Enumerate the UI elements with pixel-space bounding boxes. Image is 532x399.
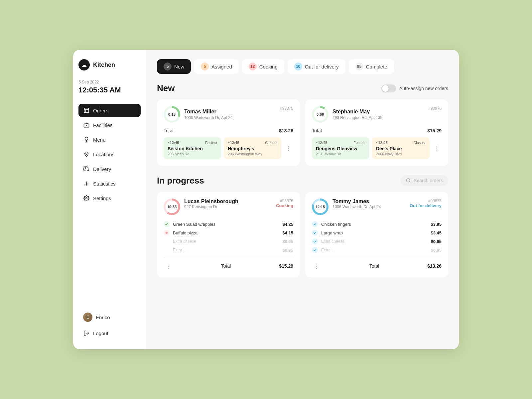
card-1-header: 0:18 Tomas Miller 1006 Wadsworth Dr, Apt… (164, 106, 293, 123)
svg-point-16 (406, 179, 410, 182)
card-1-closest[interactable]: ~12:45 Closest Hemphrey's 206 Washington… (224, 137, 281, 159)
tab-complete[interactable]: 85 Complete (349, 59, 394, 74)
delivery-icon (83, 166, 90, 172)
card-1-info: Tomas Miller 1006 Wadsworth Dr, Apt 24 (184, 109, 233, 120)
tab-new-badge: 5 (164, 63, 172, 70)
tab-cooking-label: Cooking (259, 64, 278, 69)
card-1-closest-name: Hemphrey's (228, 146, 277, 151)
statistics-icon (83, 180, 90, 187)
sidebar-date: 5 Sep 2022 (78, 80, 141, 84)
search-box[interactable]: Search orders (400, 175, 448, 186)
card-2-customer: 0:06 Stephanie May 293 Rensington Rd, Ap… (312, 106, 382, 123)
card-2-total-label: Total (312, 128, 322, 133)
prog-1-more-button[interactable]: ⋮ (164, 261, 173, 271)
card-2-header: 0:06 Stephanie May 293 Rensington Rd, Ap… (312, 106, 442, 123)
card-2-closest-name: Dee's Place (376, 146, 426, 151)
menu-icon (83, 136, 90, 143)
tab-assigned-label: Assigned (211, 64, 232, 69)
item-2-name: Buffalo pizza (173, 230, 279, 235)
auto-assign-control: Auto-assign new orders (381, 84, 448, 92)
prog-1-name: Lucas Pleinsborough (184, 199, 272, 204)
user-profile[interactable]: E Enrico (78, 309, 141, 325)
tab-complete-badge: 85 (355, 63, 363, 70)
sidebar-logo: ☁ Kitchen (78, 59, 141, 70)
svg-point-7 (86, 153, 87, 155)
prog-1-timer: 10:35 (164, 199, 180, 215)
tabs-bar: 5 New 5 Assigned 12 Cooking 10 Out for d… (157, 59, 448, 74)
sidebar-item-locations[interactable]: Locations (78, 148, 141, 161)
prog-2-info: Tommy James 1006 Wadsworth Dr, Apt 24 (332, 199, 406, 209)
prog-1-address: 927 Kensington Dr (184, 204, 272, 209)
prog-2-item-4-price: $0.95 (431, 248, 442, 253)
tab-out-for-delivery[interactable]: 10 Out for delivery (288, 59, 345, 74)
tab-new[interactable]: 5 New (157, 59, 191, 74)
prog-2-id: #93875 (428, 199, 442, 203)
locations-icon (83, 151, 90, 158)
prog-2-item-2-price: $3.45 (431, 230, 442, 235)
prog-2-timer: 12:15 (312, 199, 329, 215)
prog-2-item-3-price: $0.95 (431, 239, 442, 244)
svg-point-8 (84, 170, 85, 171)
tab-assigned[interactable]: 5 Assigned (194, 59, 239, 74)
card-1-total-amount: $13.26 (279, 128, 293, 133)
card-2-timer-text: 0:06 (314, 108, 327, 121)
card-1-customer: 0:18 Tomas Miller 1006 Wadsworth Dr, Apt… (164, 106, 233, 123)
prog-2-total: $13.26 (427, 263, 442, 269)
prog-1-footer: ⋮ Total $15.29 (164, 258, 293, 271)
item-2-price: $4.15 (282, 230, 293, 235)
sidebar: ☁ Kitchen 5 Sep 2022 12:05:35 AM Orders … (73, 50, 146, 349)
prog-1-header: 10:35 Lucas Pleinsborough 927 Kensington… (164, 199, 293, 215)
prog-1-status: Cooking (276, 203, 293, 208)
item-3-price: $0.95 (282, 239, 293, 244)
item-check-blue-4 (312, 247, 318, 253)
card-1-fastest-name: Seiston Kitchen (168, 146, 217, 151)
prog-1-info: Lucas Pleinsborough 927 Kensington Dr (184, 199, 272, 209)
item-4-name: Extra ... (173, 248, 279, 252)
sidebar-item-orders-label: Orders (93, 108, 108, 113)
card-1-closest-addr: 206 Washington Way (228, 152, 277, 156)
item-4-price: $0.95 (282, 248, 293, 253)
sidebar-item-statistics[interactable]: Staticstics (78, 177, 141, 190)
sidebar-item-menu[interactable]: Menu (78, 133, 141, 146)
sidebar-item-settings-label: Settings (93, 196, 111, 201)
sidebar-item-orders[interactable]: Orders (78, 104, 141, 117)
prog-1-item-3: Extra cheese $0.95 (164, 237, 293, 246)
card-1-closest-type: Closest (265, 141, 277, 145)
sidebar-item-facilities[interactable]: Facilities (78, 118, 141, 132)
card-2-fastest[interactable]: ~12:45 Fastest Dengeos Glenview 2131 Wil… (312, 137, 369, 159)
prog-2-id-status: #93875 Out for delivery (410, 199, 442, 208)
new-section-title: New (157, 83, 175, 93)
item-3-name: Extra cheese (173, 239, 279, 244)
card-2-closest[interactable]: ~12:45 Closest Dee's Place 2600 Navy Blv… (372, 137, 430, 159)
prog-2-status: Out for delivery (410, 203, 442, 208)
tab-delivery-badge: 10 (294, 63, 302, 70)
card-2-fastest-type: Fastest (353, 141, 365, 145)
prog-2-item-1-price: $3.95 (431, 222, 442, 227)
card-1-more-button[interactable]: ⋮ (284, 144, 293, 153)
sidebar-item-settings[interactable]: Settings (78, 192, 141, 205)
progress-section-header: In progress Search orders (157, 175, 448, 186)
card-1-name: Tomas Miller (184, 109, 233, 115)
main-content: 5 New 5 Assigned 12 Cooking 10 Out for d… (146, 50, 459, 349)
card-2-address: 293 Rensington Rd, Apt 135 (332, 115, 382, 120)
sidebar-item-menu-label: Menu (93, 137, 106, 143)
new-orders-grid: 0:18 Tomas Miller 1006 Wadsworth Dr, Apt… (157, 99, 448, 166)
new-order-card-2: 0:06 Stephanie May 293 Rensington Rd, Ap… (305, 99, 448, 166)
auto-assign-label: Auto-assign new orders (399, 86, 448, 91)
tab-cooking-badge: 12 (249, 63, 257, 70)
search-placeholder: Search orders (414, 178, 443, 183)
username: Enrico (96, 315, 110, 320)
sidebar-nav: Orders Facilities Menu Loc (78, 104, 141, 206)
logout-icon (83, 330, 90, 336)
card-2-more-button[interactable]: ⋮ (432, 144, 442, 153)
logout-button[interactable]: Logout (78, 327, 141, 340)
auto-assign-toggle[interactable] (381, 84, 396, 92)
app-title: Kitchen (93, 62, 115, 68)
sidebar-item-delivery[interactable]: Delivery (78, 162, 141, 176)
card-1-fastest[interactable]: ~12:45 Fastest Seiston Kitchen 206 Meco … (164, 137, 221, 159)
search-icon (406, 178, 411, 183)
sidebar-item-statistics-label: Staticstics (93, 181, 116, 187)
prog-2-more-button[interactable]: ⋮ (312, 261, 321, 271)
tab-cooking[interactable]: 12 Cooking (242, 59, 284, 74)
prog-1-item-1: Green Salad w/apples $4.25 (164, 220, 293, 228)
